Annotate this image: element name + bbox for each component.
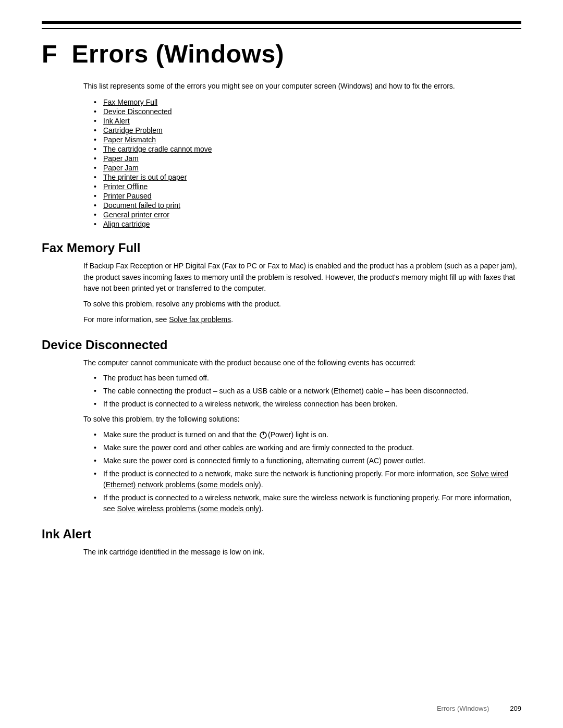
list-item: Paper Jam	[94, 154, 521, 163]
list-item: The product has been turned off.	[94, 373, 521, 384]
list-item: Printer Offline	[94, 182, 521, 191]
chapter-name: Errors (Windows)	[72, 40, 285, 68]
solution-wireless-suffix: .	[261, 504, 263, 513]
list-item: Make sure the power cord and other cable…	[94, 442, 521, 453]
footer: Errors (Windows) 209	[437, 705, 521, 712]
ink-alert-para: The ink cartridge identified in the mess…	[83, 547, 521, 558]
device-disconnected-intro: The computer cannot communicate with the…	[83, 357, 521, 369]
solve-fax-problems-link[interactable]: Solve fax problems	[169, 315, 231, 324]
section-title-device-disconnected: Device Disconnected	[42, 338, 521, 352]
solution-power-suffix: light is on.	[293, 430, 328, 439]
list-item: General printer error	[94, 211, 521, 219]
fax-memory-para3-prefix: For more information, see	[83, 315, 169, 324]
list-item: Align cartridge	[94, 220, 521, 228]
list-item: Make sure the product is turned on and t…	[94, 429, 521, 440]
list-item: The cartridge cradle cannot move	[94, 145, 521, 153]
toc-link-doc-failed[interactable]: Document failed to print	[103, 201, 180, 209]
list-item: Ink Alert	[94, 117, 521, 125]
footer-section-label: Errors (Windows)	[437, 705, 489, 712]
toc-link-printer-offline[interactable]: Printer Offline	[103, 182, 148, 191]
list-item: Printer Paused	[94, 192, 521, 200]
top-border-thick	[42, 21, 521, 24]
solution-power-prefix: Make sure the product is turned on and t…	[103, 430, 259, 439]
toc-link-device-disconnected[interactable]: Device Disconnected	[103, 107, 172, 116]
solution-wired-prefix: If the product is connected to a network…	[103, 470, 471, 478]
toc-link-paper-mismatch[interactable]: Paper Mismatch	[103, 135, 156, 144]
top-border-thin	[42, 28, 521, 29]
list-item: If the product is connected to a wireles…	[94, 399, 521, 410]
toc-link-cartridge-cradle[interactable]: The cartridge cradle cannot move	[103, 145, 212, 153]
toc-link-align-cartridge[interactable]: Align cartridge	[103, 220, 150, 228]
toc-link-printer-paused[interactable]: Printer Paused	[103, 192, 152, 200]
solve-wireless-link[interactable]: Solve wireless problems (some models onl…	[117, 504, 261, 513]
intro-paragraph: This list represents some of the errors …	[83, 81, 521, 92]
list-item: The printer is out of paper	[94, 173, 521, 181]
fax-memory-para3-suffix: .	[231, 315, 233, 324]
list-item: Device Disconnected	[94, 107, 521, 116]
device-disconnected-solve-intro: To solve this problem, try the following…	[83, 414, 521, 425]
list-item: Make sure the power cord is connected fi…	[94, 455, 521, 466]
toc-link-out-of-paper[interactable]: The printer is out of paper	[103, 173, 187, 181]
footer-page-number: 209	[510, 705, 521, 712]
toc-link-general-error[interactable]: General printer error	[103, 211, 169, 219]
page: F Errors (Windows) This list represents …	[0, 0, 563, 594]
table-of-contents: Fax Memory Full Device Disconnected Ink …	[94, 98, 521, 228]
toc-link-cartridge-problem[interactable]: Cartridge Problem	[103, 126, 163, 134]
toc-link-paper-jam-2[interactable]: Paper Jam	[103, 164, 139, 172]
list-item: If the product is connected to a network…	[94, 468, 521, 490]
section-title-ink-alert: Ink Alert	[42, 527, 521, 541]
chapter-title: F Errors (Windows)	[42, 40, 521, 68]
list-item: Fax Memory Full	[94, 98, 521, 106]
chapter-letter: F	[42, 40, 57, 68]
list-item: Paper Mismatch	[94, 135, 521, 144]
fax-memory-para3: For more information, see Solve fax prob…	[83, 314, 521, 325]
toc-link-fax-memory-full[interactable]: Fax Memory Full	[103, 98, 157, 106]
fax-memory-para2: To solve this problem, resolve any probl…	[83, 299, 521, 310]
list-item: Cartridge Problem	[94, 126, 521, 134]
toc-link-paper-jam-1[interactable]: Paper Jam	[103, 154, 139, 163]
power-icon	[259, 431, 267, 439]
solution-wired-suffix: .	[261, 480, 263, 489]
fax-memory-para1: If Backup Fax Reception or HP Digital Fa…	[83, 261, 521, 294]
list-item: The cable connecting the product – such …	[94, 386, 521, 397]
section-title-fax-memory-full: Fax Memory Full	[42, 241, 521, 255]
list-item: Document failed to print	[94, 201, 521, 209]
device-disconnected-reasons: The product has been turned off. The cab…	[94, 373, 521, 410]
device-disconnected-solutions: Make sure the product is turned on and t…	[94, 429, 521, 514]
toc-link-ink-alert[interactable]: Ink Alert	[103, 117, 130, 125]
solution-power-icon-label: (Power)	[268, 430, 293, 439]
list-item: If the product is connected to a wireles…	[94, 492, 521, 514]
list-item: Paper Jam	[94, 164, 521, 172]
